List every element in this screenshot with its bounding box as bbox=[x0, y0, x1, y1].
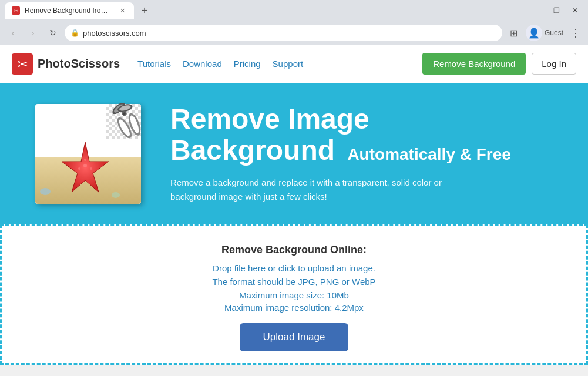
forward-button[interactable]: › bbox=[25, 25, 41, 41]
maximize-button[interactable]: ❐ bbox=[548, 2, 565, 19]
upload-max-resolution: Maximum image resolution: 4.2Mpx bbox=[224, 303, 364, 313]
upload-title: Remove Background Online: bbox=[221, 244, 367, 256]
hero-title-line1: Remove Image bbox=[170, 103, 369, 135]
profile-icon: 👤 bbox=[528, 28, 540, 39]
starfish-svg bbox=[53, 139, 117, 198]
website-content: ✂ PhotoScissors Tutorials Download Prici… bbox=[0, 45, 588, 365]
hero-section: Remove Image Background Automatically & … bbox=[0, 83, 588, 224]
shell-1 bbox=[40, 188, 51, 195]
hero-title-suffix: Automatically & Free bbox=[347, 145, 511, 163]
svg-point-15 bbox=[78, 167, 80, 170]
nav-download[interactable]: Download bbox=[183, 59, 222, 69]
tab-title: Remove Background from Imag... bbox=[25, 6, 113, 15]
upload-hint: Drop file here or click to upload an ima… bbox=[213, 263, 375, 273]
svg-point-16 bbox=[90, 167, 92, 170]
browser-chrome: ✂ Remove Background from Imag... ✕ + — ❐… bbox=[0, 0, 588, 45]
nav-pricing[interactable]: Pricing bbox=[234, 59, 261, 69]
reload-button[interactable]: ↻ bbox=[45, 25, 61, 41]
upload-format: The format should be JPG, PNG or WebP bbox=[212, 277, 375, 287]
hero-text: Remove Image Background Automatically & … bbox=[170, 104, 511, 204]
svg-point-13 bbox=[83, 164, 87, 167]
hero-title-line2: Background bbox=[170, 135, 335, 166]
window-controls: — ❐ ✕ bbox=[529, 2, 583, 19]
site-nav: ✂ PhotoScissors Tutorials Download Prici… bbox=[0, 45, 588, 83]
minimize-button[interactable]: — bbox=[529, 2, 546, 19]
svg-text:✂: ✂ bbox=[17, 57, 28, 72]
profile-label: Guest bbox=[545, 29, 563, 37]
title-bar: ✂ Remove Background from Imag... ✕ + — ❐… bbox=[0, 0, 588, 21]
close-button[interactable]: ✕ bbox=[567, 2, 583, 19]
upload-max-size: Maximum image size: 10Mb bbox=[239, 290, 349, 300]
svg-point-14 bbox=[84, 159, 86, 161]
new-tab-button[interactable]: + bbox=[136, 2, 153, 19]
url-text: photoscissors.com bbox=[83, 29, 496, 38]
nav-right: Remove Background Log In bbox=[422, 53, 576, 75]
brand-logo: ✂ bbox=[12, 53, 33, 75]
title-bar-left: ✂ Remove Background from Imag... ✕ + bbox=[5, 2, 153, 19]
address-bar-row: ‹ › ↻ 🔒 photoscissors.com ⊞ 👤 Guest ⋮ bbox=[0, 21, 588, 45]
tab-favicon: ✂ bbox=[12, 6, 20, 15]
hero-title: Remove Image Background Automatically & … bbox=[170, 104, 511, 166]
lock-icon: 🔒 bbox=[70, 29, 79, 37]
tab-close-btn[interactable]: ✕ bbox=[117, 6, 127, 15]
nav-support[interactable]: Support bbox=[273, 59, 304, 69]
browser-menu-button[interactable]: ⋮ bbox=[567, 25, 583, 41]
profile-button[interactable]: 👤 bbox=[526, 25, 542, 41]
back-button[interactable]: ‹ bbox=[5, 25, 21, 41]
extensions-button[interactable]: ⊞ bbox=[506, 25, 522, 41]
browser-tab[interactable]: ✂ Remove Background from Imag... ✕ bbox=[5, 2, 134, 19]
brand-name: PhotoScissors bbox=[38, 57, 120, 70]
nav-tutorials[interactable]: Tutorials bbox=[137, 59, 171, 69]
brand: ✂ PhotoScissors bbox=[12, 53, 120, 75]
hero-subtitle: Remove a background and replace it with … bbox=[170, 176, 464, 204]
upload-image-button[interactable]: Upload Image bbox=[240, 323, 349, 351]
hero-illustration bbox=[35, 104, 153, 204]
remove-background-button[interactable]: Remove Background bbox=[422, 53, 526, 75]
address-bar[interactable]: 🔒 photoscissors.com bbox=[65, 25, 502, 41]
login-button[interactable]: Log In bbox=[532, 53, 576, 75]
nav-links: Tutorials Download Pricing Support bbox=[137, 59, 416, 69]
upload-section[interactable]: Remove Background Online: Drop file here… bbox=[0, 224, 588, 365]
